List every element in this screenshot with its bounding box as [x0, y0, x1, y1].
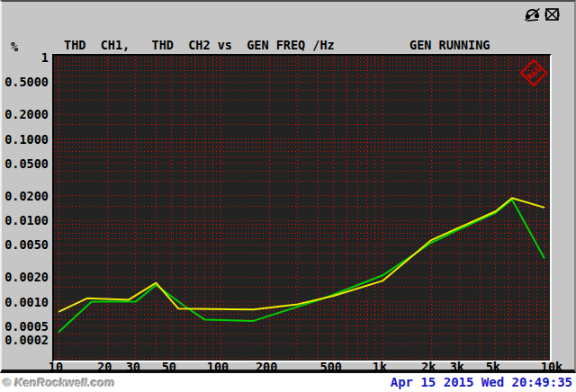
x-tick-label: 3k: [450, 361, 464, 373]
timestamp: Apr 15 2015 Wed 20:49:35: [391, 375, 572, 389]
x-tick-label: 10: [49, 361, 63, 373]
x-tick-label: 100: [207, 361, 229, 373]
y-tick-label: 0.0050: [2, 238, 49, 251]
trace-thd-ch1: [58, 198, 544, 312]
x-tick-label: 10k: [541, 361, 562, 373]
y-tick-label: 0.0020: [2, 271, 49, 283]
x-tick-label: 20: [97, 361, 112, 373]
thd-plot-area: R&S: [52, 54, 552, 362]
y-tick-label: 0.0002: [2, 334, 49, 346]
speaker-muted-icon: [544, 7, 560, 22]
watermark: © KenRockwell.com: [3, 376, 114, 389]
status-generator: GEN RUNNING: [410, 38, 534, 52]
x-tick-label: 200: [256, 361, 277, 373]
x-tick-label: 30: [126, 361, 140, 373]
y-tick-label: 0.0010: [2, 296, 49, 308]
y-tick-label: 0.0005: [2, 320, 49, 333]
thd-plot: R&S: [54, 56, 550, 361]
y-tick-label: 0.5000: [2, 76, 49, 88]
x-tick-label: 1k: [373, 361, 387, 373]
trace-thd-ch2: [58, 200, 544, 333]
y-tick-label: 0.2000: [2, 108, 49, 120]
y-tick-label: 0.0100: [2, 214, 49, 227]
y-tick-label: 0.0200: [2, 190, 49, 202]
x-tick-label: 2k: [421, 361, 436, 373]
y-tick-label: 0.0500: [2, 157, 49, 170]
y-tick-label: 0.1000: [2, 133, 49, 146]
monitor-mute-icons: [524, 7, 560, 22]
y-tick-label: 1: [2, 51, 49, 64]
x-tick-label: 50: [162, 361, 176, 373]
graph-title: THD CH1, THD CH2 vs GEN FREQ /Hz: [64, 38, 335, 52]
x-tick-label: 5k: [486, 361, 500, 373]
x-tick-label: 500: [320, 361, 342, 373]
headphones-muted-icon: [524, 7, 541, 22]
